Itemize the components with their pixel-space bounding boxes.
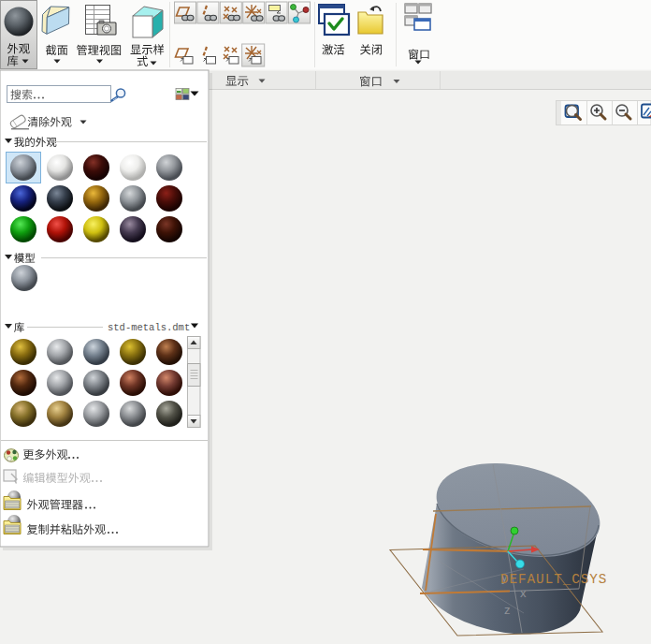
svg-text:std-metals.dmt: std-metals.dmt: [108, 322, 190, 333]
svg-text:x: x: [520, 586, 527, 600]
svg-text:DEFAULT_CSYS: DEFAULT_CSYS: [500, 572, 607, 587]
svg-text:z: z: [504, 603, 511, 617]
